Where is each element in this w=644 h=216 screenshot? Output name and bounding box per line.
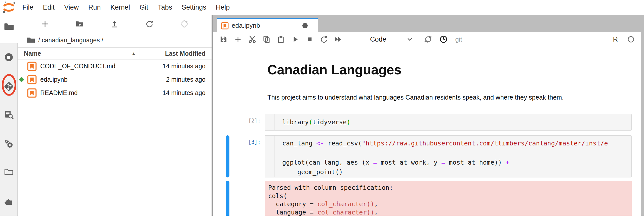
kernel-name[interactable]: R [613,36,618,43]
new-launcher-button[interactable] [38,20,52,28]
new-folder-button[interactable] [73,20,87,28]
main-dock: eda.ipynb Code [213,15,644,216]
output-line: language = col_character(), [268,208,632,216]
file-modified: 14 minutes ago [115,63,212,70]
code-token: read_csv( [324,140,362,147]
notebook-file-icon [27,75,37,84]
execution-prompt: [3]: [213,139,261,145]
code-cell-input[interactable]: library(tidyverse) [265,114,632,131]
cell-type-dropdown[interactable]: Code [370,36,386,43]
code-token: library [282,118,309,126]
output-token: Parsed with column specification: [268,184,393,191]
menu-run[interactable]: Run [84,4,106,11]
notebook-file-icon [221,22,229,29]
code-token: = [373,159,377,166]
menu-view[interactable]: View [59,4,84,11]
menubar: File Edit View Run Kernel Git Tabs Setti… [0,0,644,15]
breadcrumb[interactable]: / canadian_languages / [18,33,212,47]
breadcrumb-path[interactable]: / canadian_languages / [38,37,103,44]
output-token: col_character() [317,200,374,208]
code-token: can_lang [282,140,316,147]
save-button[interactable] [216,36,231,43]
markdown-paragraph: This project aims to understand what lan… [267,94,564,101]
document-search-icon[interactable] [4,109,14,120]
code-line: geom_point() [282,167,631,177]
cut-button[interactable] [245,36,259,43]
restart-kernel-button[interactable] [317,36,331,43]
code-token: tidyverse [312,118,346,126]
code-token: = [441,159,445,166]
run-button[interactable] [288,36,302,43]
refresh-button[interactable] [142,20,156,28]
file-row[interactable]: CODE_OF_CONDUCT.md 14 minutes ago [18,59,212,73]
output-line: category = col_character(), [268,200,632,208]
code-line: library(tidyverse) [282,118,631,127]
upload-button[interactable] [107,20,122,28]
menu-kernel[interactable]: Kernel [106,4,135,11]
extensions-icon[interactable] [4,196,14,206]
code-cell-input[interactable]: can_lang <- read_csv("https://raw.github… [265,135,632,177]
menu-edit[interactable]: Edit [38,4,60,11]
sync-icon[interactable] [424,35,433,44]
markdown-file-icon [27,88,37,98]
column-header-name[interactable]: Name ▲ [18,50,140,57]
markdown-file-icon [27,61,37,71]
menu-tabs[interactable]: Tabs [153,4,177,11]
menu-help[interactable]: Help [211,4,235,11]
code-token: "https://raw.githubusercontent.com/ttimb… [362,140,608,147]
git-clone-button[interactable] [177,20,191,28]
markdown-title: Canadian Languages [267,62,401,77]
code-token: <- [316,140,324,147]
output-line: cols( [268,192,632,200]
file-browser-toolbar [18,15,212,33]
file-name: CODE_OF_CONDUCT.md [40,63,115,70]
run-all-button[interactable] [331,36,345,43]
file-browser-panel: / canadian_languages / Name ▲ Last Modif… [18,15,213,216]
code-line-empty [282,148,631,158]
copy-button[interactable] [259,36,274,43]
sort-ascending-icon: ▲ [132,51,136,56]
git-status-label: git [455,36,462,43]
unsaved-changes-indicator[interactable] [302,23,308,28]
file-name: eda.ipynb [40,76,67,83]
gears-icon[interactable] [4,138,14,149]
column-name-label: Name [24,50,41,57]
code-token: ggplot(can_lang, aes (x [282,159,373,166]
file-modified: 2 minutes ago [67,76,212,83]
history-clock-icon[interactable] [439,35,448,44]
file-row[interactable]: eda.ipynb 2 minutes ago [18,73,212,86]
output-token: , [374,209,378,216]
file-name: README.md [40,89,78,97]
insert-cell-button[interactable] [231,36,245,43]
stop-button[interactable] [302,36,317,43]
file-browser-icon[interactable] [4,21,14,32]
output-token: col_character() [317,209,374,216]
code-line: ggplot(can_lang, aes (x = most_at_work, … [282,158,631,167]
code-token: ) [347,118,350,126]
cell-output-collapser[interactable] [226,181,229,216]
running-kernel-indicator [19,77,24,82]
execution-prompt: [2]: [213,118,261,124]
code-token: + [506,159,509,166]
jupyter-logo-icon [0,1,18,14]
output-token: , [374,200,378,208]
menu-git[interactable]: Git [135,4,153,11]
output-line: Parsed with column specification: [268,184,632,192]
menu-settings[interactable]: Settings [177,4,211,11]
running-kernels-icon[interactable] [4,52,14,63]
file-modified: 14 minutes ago [78,89,212,97]
tab-bar: eda.ipynb [213,15,644,32]
git-icon[interactable] [4,81,14,92]
column-header-last-modified[interactable]: Last Modified [140,50,212,57]
folder-outline-icon[interactable] [4,167,14,177]
activity-bar [0,15,18,216]
folder-icon [27,36,35,44]
tab-eda-ipynb[interactable]: eda.ipynb [217,18,318,32]
notebook-toolbar: Code git R [213,32,641,47]
chevron-down-icon[interactable] [407,36,413,43]
menu-file[interactable]: File [18,4,38,11]
output-token: cols( [268,192,287,200]
file-list: CODE_OF_CONDUCT.md 14 minutes ago eda.ip… [18,59,212,100]
file-row[interactable]: README.md 14 minutes ago [18,86,212,100]
paste-button[interactable] [274,36,288,43]
